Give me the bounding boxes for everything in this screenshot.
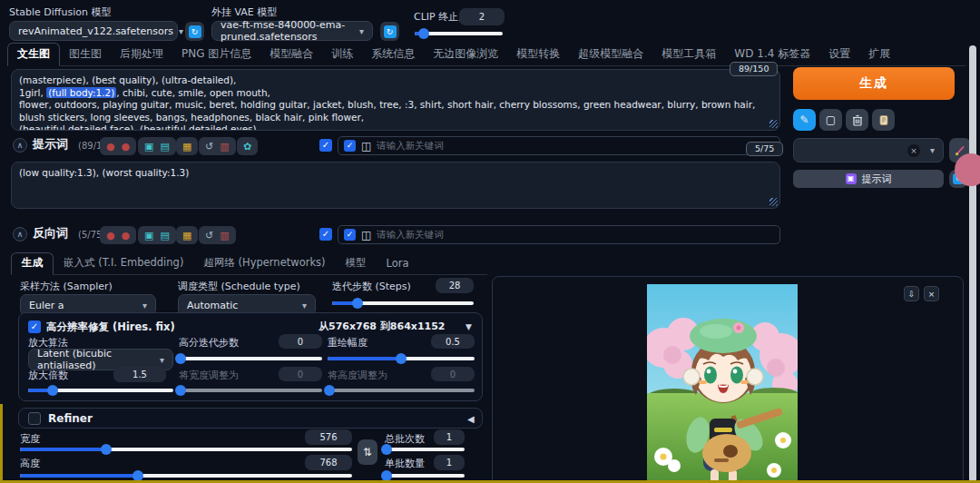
window-edge-left [0,404,3,483]
tab-png-info[interactable]: PNG 图片信息 [172,44,260,65]
floating-badge[interactable] [955,153,980,186]
styles-icon: ▣ [846,173,857,184]
chevron-down-icon: ▾ [142,301,147,310]
negative-auto-translate-checkbox[interactable]: ✓ [319,228,332,241]
width-slider[interactable] [20,443,352,456]
keyword-checkbox[interactable]: ✓ [344,140,356,152]
generated-image[interactable] [647,284,798,483]
chevron-down-icon: ▾ [160,355,164,365]
undo-icon[interactable]: ● [106,141,115,153]
tab-extensions[interactable]: 扩展 [859,44,899,65]
generate-button[interactable]: 生成 [793,67,955,100]
trash-icon[interactable]: ▥ [220,141,229,153]
archive-icon[interactable]: ▦ [182,230,191,242]
vae-dropdown[interactable]: vae-ft-mse-840000-ema-pruned.safetensors… [211,21,373,41]
flower-icon[interactable]: ✿ [243,141,251,153]
tab-checkpoint-merger[interactable]: 模型融合 [260,44,322,65]
tab-model-toolkit[interactable]: 模型工具箱 [652,44,725,65]
panel-collapse-icon[interactable]: ◀ [467,413,475,426]
paste-prompt-button[interactable]: ✎ [793,109,816,131]
hires-fix-panel: ✓ 高分辨率修复 (Hires. fix) 从576x768 到864x1152… [18,312,483,401]
prompt-keyword-input[interactable]: ✓ ◫ 请输入新关键词 [338,136,780,155]
keyword-checkbox[interactable]: ✓ [344,229,356,241]
refresh-sd-model-button[interactable]: ↻ [185,22,204,41]
subtab-checkpoints[interactable]: 模型 [336,253,377,274]
undo-icon[interactable]: ● [106,230,115,242]
collapse-prompt-icon[interactable]: ∧ [13,138,27,153]
prompt-token-counter: 89/150 [730,62,778,76]
tab-train[interactable]: 训练 [322,44,362,65]
collapse-negative-icon[interactable]: ∧ [13,227,27,242]
subtab-lora[interactable]: Lora [377,254,419,274]
refresh-vae-button[interactable]: ↻ [380,22,399,41]
sd-model-dropdown[interactable]: revAnimated_v122.safetensors ▾ [9,21,178,41]
tab-txt2img[interactable]: 文生图 [7,43,60,66]
restore-icon[interactable]: ↺ [205,230,213,242]
subtab-ti-embedding[interactable]: 嵌入式 (T.I. Embedding) [54,253,193,274]
tab-system-info[interactable]: 系统信息 [362,44,424,65]
translate-icon[interactable]: ▣ [144,230,153,242]
tab-extras[interactable]: 后期处理 [111,44,172,65]
clip-skip-value[interactable]: 2 [459,8,505,25]
redo-icon[interactable]: ● [122,141,131,153]
upscale-by-value[interactable]: 1.5 [113,367,166,382]
batch-size-value[interactable]: 1 [434,455,465,470]
chevron-down-icon: ▾ [930,145,935,155]
extra-networks-button[interactable]: ▢ [819,109,842,131]
tab-settings[interactable]: 设置 [819,44,859,65]
prompt-line: (masterpiece), (best quality), (ultra-de… [19,74,772,87]
prompt-textarea[interactable]: (masterpiece), (best quality), (ultra-de… [11,69,780,131]
negative-tool-group-archive: ▦ [176,226,198,244]
upscale-by-slider[interactable] [28,384,173,397]
hires-steps-value[interactable]: 0 [279,334,322,349]
restore-icon[interactable]: ↺ [205,141,213,153]
denoise-value[interactable]: 0.5 [431,334,475,349]
negative-keyword-input[interactable]: ✓ ◫ 请输入新关键词 [338,225,780,244]
negative-prompt-line: (low quality:1.3), (worst quality:1.3) [19,167,772,180]
prompt-tool-group-archive: ▦ [176,137,198,155]
style-cards-button[interactable] [872,109,895,131]
steps-value[interactable]: 28 [436,278,474,293]
trash-icon[interactable]: ▥ [220,230,229,242]
download-image-button[interactable]: ⇩ [904,286,919,301]
resize-width-slider[interactable] [179,384,322,397]
clear-selection-icon[interactable]: × [907,144,920,157]
apply-styles-button[interactable]: ▣ 提示词 [793,170,944,188]
resize-width-label: 将宽度调整为 [179,370,239,382]
resize-width-value[interactable]: 0 [279,367,322,381]
batch-count-slider[interactable] [385,443,465,456]
hires-fix-title: 高分辨率修复 (Hires. fix) [46,320,175,333]
negative-prompt-textarea[interactable]: (low quality:1.3), (worst quality:1.3) [11,162,780,209]
archive-icon[interactable]: ▦ [182,141,191,153]
subtab-generation[interactable]: 生成 [11,252,54,275]
tab-img2img[interactable]: 图生图 [60,44,111,65]
redo-icon[interactable]: ● [122,230,131,242]
refiner-checkbox[interactable] [28,412,41,425]
page-scrollbar[interactable] [969,45,976,483]
prompt-auto-translate-checkbox[interactable]: ✓ [319,139,332,152]
tab-super-merger[interactable]: 超级模型融合 [569,44,652,65]
clear-prompt-button[interactable] [846,109,868,131]
swap-dimensions-button[interactable]: ⇅ [358,439,377,465]
hires-steps-slider[interactable] [179,352,322,365]
denoise-slider[interactable] [328,352,475,365]
close-preview-button[interactable]: × [924,286,939,301]
subtab-hypernetworks[interactable]: 超网络 (Hypernetworks) [193,253,335,274]
vae-value: vae-ft-mse-840000-ema-pruned.safetensors [220,19,354,43]
dictionary-icon[interactable]: ▤ [160,230,169,242]
collapse-arrow-icon[interactable]: ▼ [466,320,472,333]
steps-slider[interactable] [332,297,474,310]
height-value[interactable]: 768 [305,455,352,470]
tab-infinite-image-browsing[interactable]: 无边图像浏览 [424,44,507,65]
hires-fix-checkbox[interactable]: ✓ [28,320,41,333]
styles-dropdown[interactable]: × ▾ [793,138,944,163]
resize-height-slider[interactable] [328,384,475,397]
negative-token-counter: 5/75 [746,142,783,156]
tab-model-converter[interactable]: 模型转换 [507,44,569,65]
translate-icon[interactable]: ▣ [144,141,153,153]
dictionary-icon[interactable]: ▤ [160,141,169,153]
height-label: 高度 [20,458,40,470]
clip-skip-slider[interactable] [415,27,503,40]
refiner-label: Refiner [48,412,93,425]
resize-height-value[interactable]: 0 [431,367,475,381]
